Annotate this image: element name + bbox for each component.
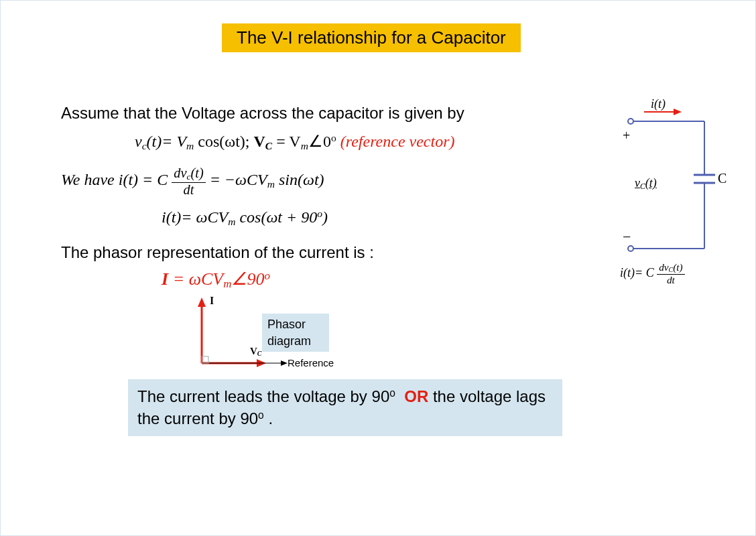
it-lhs: i(t) = C — [119, 172, 172, 189]
main-content: Assume that the Voltage across the capac… — [61, 103, 597, 436]
svg-point-7 — [628, 119, 633, 124]
phasor-angle: ∠90 — [231, 269, 264, 289]
phasor-Vc-label: VC — [250, 344, 261, 358]
eq-it-line2: i(t)= ωCVm cos(ωt + 90o) — [162, 206, 597, 228]
it2-m: m — [228, 216, 235, 227]
phasor-eq: = ωCV — [168, 269, 223, 289]
eq-vc: vc(t)= Vm cos(ωt); VC = Vm∠0o (reference… — [135, 131, 597, 153]
circuit-it-label: i(t) — [651, 97, 666, 111]
it-frac-num-t: (t) — [190, 165, 203, 180]
svg-marker-10 — [674, 109, 682, 115]
conclusion-or: OR — [404, 387, 428, 405]
vc-sub-m: m — [186, 140, 194, 151]
it-mid-m: m — [267, 179, 275, 190]
circuit-minus: − — [623, 228, 631, 246]
Vc-rhs: = V — [272, 133, 300, 150]
it-fraction: dvc(t)dt — [172, 166, 205, 197]
assume-line: Assume that the Voltage across the capac… — [61, 103, 597, 124]
circuit-plus: + — [623, 128, 630, 143]
phasor-I: I — [162, 269, 168, 289]
it-frac-num-dv: dv — [174, 165, 186, 180]
phasor-caption-box: Phasor diagram — [262, 314, 329, 352]
eq-it-line1: We have i(t) = C dvc(t)dt = −ωCVm sin(ωt… — [61, 166, 597, 197]
circuit-eq: i(t)= C dvC(t)dt — [620, 262, 685, 285]
svg-point-16 — [628, 246, 633, 251]
phasor-equation: I = ωCVm∠90o — [162, 267, 597, 292]
conclusion-end: . — [264, 409, 273, 427]
vc-cos: cos(ωt); — [194, 133, 253, 150]
vc-v: v — [135, 133, 142, 150]
Vc-deg: o — [331, 133, 336, 144]
it-mid: = −ωCV — [206, 172, 267, 189]
circ-eq-lhs: i(t)= C — [620, 266, 657, 279]
vc-sub-c: c — [142, 140, 147, 151]
Vc-bold-sub: C — [265, 140, 272, 151]
circuit-vc-label: vC(t) — [635, 176, 657, 191]
phasor-reference-label: Reference — [288, 356, 334, 370]
conclusion-a: The current leads the voltage by 90 — [137, 387, 389, 405]
it-frac-den: dt — [172, 183, 205, 197]
circ-eq-fraction: dvC(t)dt — [657, 262, 685, 285]
phasor-caption: Phasor diagram — [262, 314, 329, 352]
phasor-diagram: I VC Reference Phasor diagram — [175, 296, 329, 377]
conclusion-deg1: o — [389, 388, 395, 399]
conclusion-box: The current leads the voltage by 90o OR … — [128, 379, 562, 436]
phasor-intro: The phasor representation of the current… — [61, 242, 597, 263]
Vc-angle0: ∠0 — [308, 133, 331, 150]
vc-t: (t)= V — [147, 133, 187, 150]
it2-cos: cos(ωt + 90 — [235, 208, 317, 226]
it-sin: sin(ωt) — [275, 172, 324, 189]
reference-vector-label: (reference vector) — [340, 133, 455, 150]
Vc-bold: V — [253, 133, 265, 150]
svg-marker-5 — [281, 360, 288, 366]
slide-title: The V-I relationship for a Capacitor — [222, 23, 521, 52]
phasor-m: m — [223, 278, 231, 291]
circuit-C-label: C — [718, 171, 727, 186]
svg-marker-1 — [198, 297, 206, 307]
it2-deg: o — [317, 208, 322, 219]
it2-lhs: i(t)= ωCV — [162, 208, 228, 226]
it2-close: ) — [322, 208, 328, 226]
capacitor-circuit: i(t) + vC(t) − C i(t)= C dvC(t)dt — [617, 101, 731, 302]
slide: The V-I relationship for a Capacitor Ass… — [0, 0, 756, 536]
phasor-I-label: I — [210, 293, 214, 308]
Vc-rhs-m: m — [301, 140, 308, 151]
we-have: We have — [61, 172, 119, 189]
phasor-deg: o — [264, 269, 269, 282]
conclusion-deg2: o — [258, 409, 264, 421]
